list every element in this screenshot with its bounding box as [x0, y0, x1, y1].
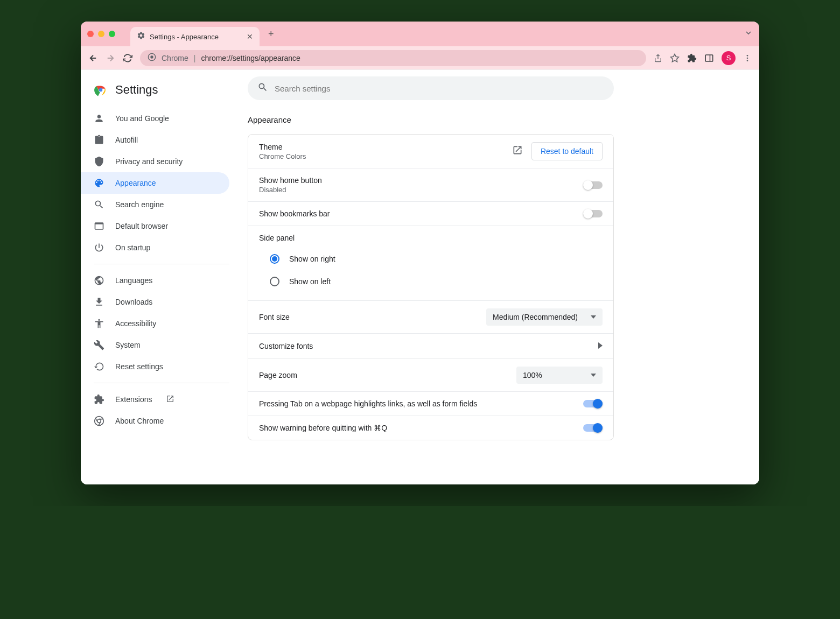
main-panel: Appearance Theme Chrome Colors Reset to …	[242, 70, 759, 484]
content-area: Settings You and Google Autofill Privacy…	[81, 70, 759, 484]
tab-title: Settings - Appearance	[150, 33, 242, 41]
settings-card: Theme Chrome Colors Reset to default Sho…	[248, 134, 614, 440]
back-button[interactable]	[88, 53, 98, 63]
url-text: chrome://settings/appearance	[201, 54, 300, 62]
bookmarks-bar-row: Show bookmarks bar	[248, 202, 613, 226]
menu-icon[interactable]	[743, 54, 752, 62]
svg-point-1	[150, 55, 153, 58]
home-button-label: Show home button	[259, 176, 575, 185]
open-in-new-icon[interactable]	[512, 145, 523, 158]
new-tab-button[interactable]: +	[268, 29, 274, 40]
close-tab-button[interactable]: ✕	[247, 32, 253, 41]
search-settings[interactable]	[248, 76, 614, 100]
address-bar: Chrome | chrome://settings/appearance S	[81, 46, 759, 70]
reload-button[interactable]	[123, 53, 132, 63]
home-button-toggle[interactable]	[583, 181, 603, 189]
reset-to-default-button[interactable]: Reset to default	[531, 142, 603, 160]
sidebar-item-label: Search engine	[115, 200, 164, 209]
page-zoom-value: 100%	[523, 371, 542, 379]
bookmarks-toggle[interactable]	[583, 210, 603, 217]
omnibox[interactable]: Chrome | chrome://settings/appearance	[140, 50, 646, 66]
gear-icon	[137, 31, 145, 42]
sidebar-item-reset[interactable]: Reset settings	[81, 356, 229, 377]
tab-highlight-label: Pressing Tab on a webpage highlights lin…	[259, 399, 575, 408]
svg-point-4	[747, 55, 748, 57]
radio-icon	[270, 254, 279, 264]
sidebar-title: Settings	[115, 83, 158, 97]
sidebar-item-downloads[interactable]: Downloads	[81, 291, 229, 313]
side-panel-radio-group: Show on right Show on left	[248, 244, 613, 301]
chevron-right-icon	[598, 341, 603, 351]
traffic-lights	[87, 31, 115, 37]
theme-label: Theme	[259, 143, 503, 151]
radio-label: Show on left	[289, 277, 331, 286]
sidebar-item-autofill[interactable]: Autofill	[81, 129, 229, 151]
sidebar-item-label: Accessibility	[115, 319, 156, 328]
sidebar-item-label: Languages	[115, 276, 152, 285]
wrench-icon	[94, 340, 104, 350]
forward-button[interactable]	[106, 53, 115, 63]
side-panel-icon[interactable]	[704, 53, 714, 63]
sidebar-item-extensions[interactable]: Extensions	[81, 389, 229, 410]
svg-point-6	[747, 60, 748, 61]
font-size-select[interactable]: Medium (Recommended)	[486, 308, 603, 326]
chevron-down-icon[interactable]	[744, 30, 753, 39]
tab-bar: Settings - Appearance ✕ +	[81, 22, 759, 46]
extensions-icon[interactable]	[687, 53, 697, 63]
sidebar-item-label: System	[115, 341, 141, 349]
font-size-value: Medium (Recommended)	[493, 313, 578, 321]
browser-tab[interactable]: Settings - Appearance ✕	[130, 27, 260, 46]
sidebar-item-languages[interactable]: Languages	[81, 270, 229, 291]
tab-highlight-row: Pressing Tab on a webpage highlights lin…	[248, 392, 613, 416]
sidebar-item-appearance[interactable]: Appearance	[81, 172, 229, 194]
home-button-row: Show home button Disabled	[248, 168, 613, 202]
power-icon	[94, 242, 104, 253]
sidebar-item-about[interactable]: About Chrome	[81, 410, 229, 432]
dropdown-icon	[591, 371, 596, 379]
chrome-icon	[148, 53, 156, 63]
share-icon[interactable]	[654, 54, 662, 62]
quit-warning-toggle[interactable]	[583, 424, 603, 432]
sidebar-item-default-browser[interactable]: Default browser	[81, 215, 229, 237]
download-icon	[94, 297, 104, 307]
sidebar-item-privacy[interactable]: Privacy and security	[81, 151, 229, 172]
minimize-window-button[interactable]	[98, 31, 104, 37]
sidebar-item-system[interactable]: System	[81, 334, 229, 356]
home-button-value: Disabled	[259, 186, 575, 194]
sidebar-item-label: Appearance	[115, 179, 156, 187]
person-icon	[94, 113, 104, 124]
sidebar-item-label: Autofill	[115, 136, 138, 144]
font-size-row: Font size Medium (Recommended)	[248, 301, 613, 334]
browser-icon	[94, 221, 104, 231]
avatar[interactable]: S	[722, 51, 736, 65]
sidebar-header: Settings	[81, 79, 242, 108]
sidebar-item-label: Extensions	[115, 395, 152, 404]
page-zoom-row: Page zoom 100%	[248, 359, 613, 392]
restore-icon	[94, 361, 104, 372]
close-window-button[interactable]	[87, 31, 94, 37]
sidebar-item-you-and-google[interactable]: You and Google	[81, 108, 229, 129]
sidebar-item-label: Default browser	[115, 222, 168, 230]
sidebar-separator	[94, 264, 229, 264]
accessibility-icon	[94, 318, 104, 329]
sidebar: Settings You and Google Autofill Privacy…	[81, 70, 242, 484]
radio-show-on-right[interactable]: Show on right	[270, 248, 603, 270]
svg-rect-2	[705, 55, 713, 61]
bookmark-icon[interactable]	[670, 53, 680, 63]
tab-highlight-toggle[interactable]	[583, 400, 603, 407]
chrome-logo-icon	[94, 83, 108, 97]
theme-row[interactable]: Theme Chrome Colors Reset to default	[248, 135, 613, 168]
globe-icon	[94, 275, 104, 286]
customize-fonts-row[interactable]: Customize fonts	[248, 334, 613, 359]
palette-icon	[94, 178, 104, 188]
page-zoom-select[interactable]: 100%	[516, 367, 603, 384]
sidebar-item-search-engine[interactable]: Search engine	[81, 194, 229, 215]
radio-show-on-left[interactable]: Show on left	[270, 270, 603, 293]
sidebar-item-accessibility[interactable]: Accessibility	[81, 313, 229, 334]
sidebar-separator	[94, 383, 229, 383]
search-input[interactable]	[275, 84, 604, 93]
sidebar-item-on-startup[interactable]: On startup	[81, 237, 229, 258]
maximize-window-button[interactable]	[109, 31, 115, 37]
radio-icon	[270, 277, 279, 286]
sidebar-item-label: Privacy and security	[115, 157, 183, 166]
